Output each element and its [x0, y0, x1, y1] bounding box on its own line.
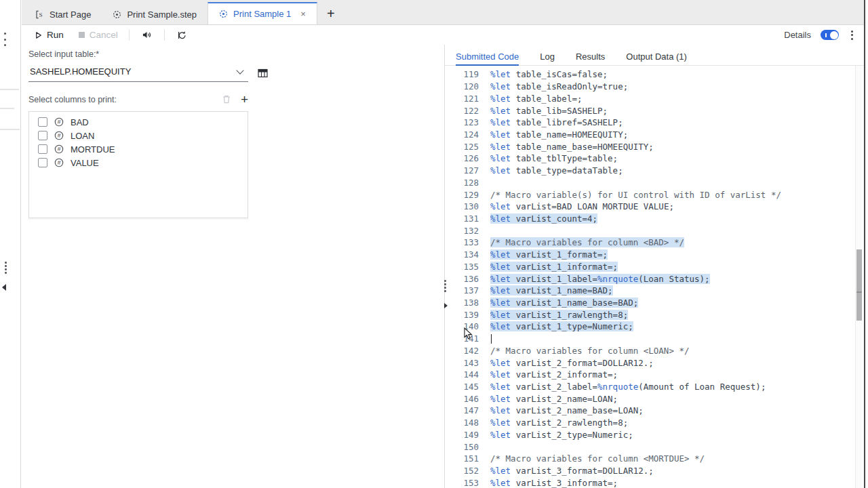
- code-line[interactable]: 125%let table_name_base=HOMEEQUITY;: [445, 140, 854, 152]
- code-line[interactable]: 141: [445, 333, 854, 345]
- code-line[interactable]: 124%let table_name=HOMEEQUITY;: [445, 129, 854, 141]
- collapse-right-arrow-icon[interactable]: [444, 303, 448, 308]
- code-line[interactable]: 119%let table_isCas=false;: [445, 68, 854, 81]
- code-text: %let varList_1_name=BAD;: [490, 285, 613, 296]
- code-line[interactable]: 122%let table_lib=SASHELP;: [445, 104, 854, 117]
- column-row-value[interactable]: # VALUE: [29, 156, 248, 169]
- columns-listbox[interactable]: # BAD # LOAN # MORTDUE # VALUE: [28, 111, 248, 218]
- input-table-select[interactable]: SASHELP.HOMEEQUITY: [28, 64, 248, 82]
- numeric-column-icon: #: [54, 158, 64, 167]
- tab-results[interactable]: Results: [576, 52, 605, 65]
- code-line[interactable]: 138%let varList_1_name_base=BAD;: [445, 297, 854, 309]
- line-number: 125: [445, 142, 479, 152]
- line-number: 147: [445, 405, 479, 415]
- tab-print-sample-1[interactable]: Print Sample 1 ×: [208, 2, 317, 24]
- code-line[interactable]: 149%let varList_2_type=Numeric;: [445, 429, 854, 441]
- new-tab-button[interactable]: +: [317, 6, 344, 24]
- code-line[interactable]: 140%let varList_1_type=Numeric;: [445, 321, 854, 333]
- splitter-grip-icon[interactable]: [5, 262, 7, 274]
- column-row-bad[interactable]: # BAD: [29, 115, 248, 129]
- code-line[interactable]: 135%let varList_1_informat=;: [445, 261, 854, 273]
- details-toggle[interactable]: [821, 30, 839, 40]
- input-table-row: SASHELP.HOMEEQUITY: [28, 64, 444, 82]
- close-icon[interactable]: ×: [300, 9, 306, 18]
- code-text: %let table_label=;: [490, 94, 582, 104]
- code-line[interactable]: 133/* Macro variables for column <BAD> *…: [445, 237, 854, 249]
- tab-submitted-code[interactable]: Submitted Code: [456, 52, 519, 65]
- code-line[interactable]: 142/* Macro variables for column <LOAN> …: [445, 345, 854, 357]
- table-select-icon[interactable]: [258, 68, 268, 78]
- column-row-mortdue[interactable]: # MORTDUE: [29, 142, 248, 156]
- vertical-scrollbar[interactable]: [855, 66, 862, 488]
- tab-log[interactable]: Log: [540, 52, 555, 65]
- code-line[interactable]: 130%let varList=BAD LOAN MORTDUE VALUE;: [445, 201, 854, 213]
- collapse-left-arrow-icon[interactable]: [2, 284, 6, 291]
- checkbox[interactable]: [38, 117, 47, 127]
- checkbox[interactable]: [38, 131, 47, 140]
- run-button[interactable]: Run: [27, 25, 71, 45]
- column-row-loan[interactable]: # LOAN: [29, 129, 248, 142]
- svg-text:#: #: [58, 119, 61, 125]
- trash-icon[interactable]: [222, 95, 231, 104]
- line-number: 127: [445, 165, 479, 176]
- code-line[interactable]: 153%let varList_3_informat=;: [445, 476, 854, 488]
- splitter-grip-icon[interactable]: [444, 280, 446, 292]
- line-number: 120: [445, 81, 479, 92]
- code-text: /* Macro variables for column <MORTDUE> …: [490, 453, 705, 464]
- line-number: 119: [445, 69, 479, 79]
- code-line[interactable]: 148%let varList_2_rawlength=8;: [445, 417, 854, 429]
- tab-output-data[interactable]: Output Data (1): [626, 52, 687, 65]
- code-line[interactable]: 152%let varList_3_format=DOLLAR12.;: [445, 465, 854, 477]
- code-line[interactable]: 151/* Macro variables for column <MORTDU…: [445, 453, 854, 465]
- code-text: %let table_type=dataTable;: [490, 165, 623, 176]
- code-text: %let varList_3_format=DOLLAR12.;: [490, 466, 654, 476]
- tab-print-sample-step[interactable]: Print Sample.step: [102, 5, 208, 24]
- kebab-icon[interactable]: [4, 33, 7, 46]
- code-line[interactable]: 131%let varList_count=4;: [445, 213, 854, 225]
- toolbar-right-group: Details: [784, 30, 864, 40]
- code-text: %let varList_2_name=LOAN;: [490, 394, 618, 404]
- code-editor[interactable]: 119%let table_isCas=false;120%let table_…: [445, 66, 854, 488]
- code-line[interactable]: 127%let table_type=dataTable;: [445, 165, 854, 177]
- kebab-icon[interactable]: [848, 30, 856, 40]
- line-number: 148: [445, 418, 479, 428]
- column-name: LOAN: [71, 131, 94, 141]
- add-column-button[interactable]: +: [241, 93, 248, 106]
- svg-text:#: #: [58, 146, 61, 152]
- code-line[interactable]: 146%let varList_2_name=LOAN;: [445, 392, 854, 405]
- line-number: 135: [445, 262, 479, 272]
- code-text: %let varList_1_label=%nrquote(Loan Statu…: [490, 274, 710, 284]
- code-text: %let table_name_base=HOMEEQUITY;: [490, 142, 654, 152]
- reset-icon[interactable]: [168, 25, 195, 45]
- code-line[interactable]: 123%let table_libref=SASHELP;: [445, 117, 854, 129]
- code-line[interactable]: 121%let table_label=;: [445, 92, 854, 104]
- line-number: 144: [445, 369, 479, 380]
- code-line[interactable]: 132: [445, 224, 854, 237]
- code-text: %let table_isReadOnly=true;: [490, 81, 628, 92]
- code-line[interactable]: 120%let table_isReadOnly=true;: [445, 81, 854, 93]
- tab-start-page[interactable]: S Start Page: [24, 5, 102, 24]
- code-line[interactable]: 137%let varList_1_name=BAD;: [445, 285, 854, 297]
- code-line[interactable]: 129/* Macro variable(s) for UI control w…: [445, 188, 854, 201]
- speaker-icon[interactable]: [133, 25, 161, 45]
- line-number: 133: [445, 237, 479, 247]
- columns-header-row: Select columns to print: +: [28, 93, 248, 106]
- toolbar-divider: [129, 29, 130, 41]
- code-line[interactable]: 150: [445, 441, 854, 453]
- code-line[interactable]: 145%let varList_2_label=%nrquote(Amount …: [445, 381, 854, 393]
- code-line[interactable]: 143%let varList_2_format=DOLLAR12.;: [445, 357, 854, 369]
- code-line[interactable]: 128: [445, 176, 854, 188]
- code-line[interactable]: 147%let varList_2_name_base=LOAN;: [445, 405, 854, 417]
- code-line[interactable]: 136%let varList_1_label=%nrquote(Loan St…: [445, 272, 854, 285]
- checkbox[interactable]: [38, 158, 47, 167]
- code-line[interactable]: 134%let varList_1_format=;: [445, 249, 854, 261]
- code-line[interactable]: 139%let varList_1_rawlength=8;: [445, 308, 854, 321]
- step-toolbar: Run Cancel Details: [22, 25, 864, 45]
- scrollbar-thumb[interactable]: [856, 249, 862, 321]
- line-number: 151: [445, 453, 479, 464]
- input-table-value: SASHELP.HOMEEQUITY: [30, 66, 131, 77]
- checkbox[interactable]: [38, 144, 47, 154]
- code-line[interactable]: 144%let varList_2_informat=;: [445, 369, 854, 381]
- cancel-button[interactable]: Cancel: [71, 25, 125, 45]
- code-line[interactable]: 126%let table_tblType=table;: [445, 152, 854, 165]
